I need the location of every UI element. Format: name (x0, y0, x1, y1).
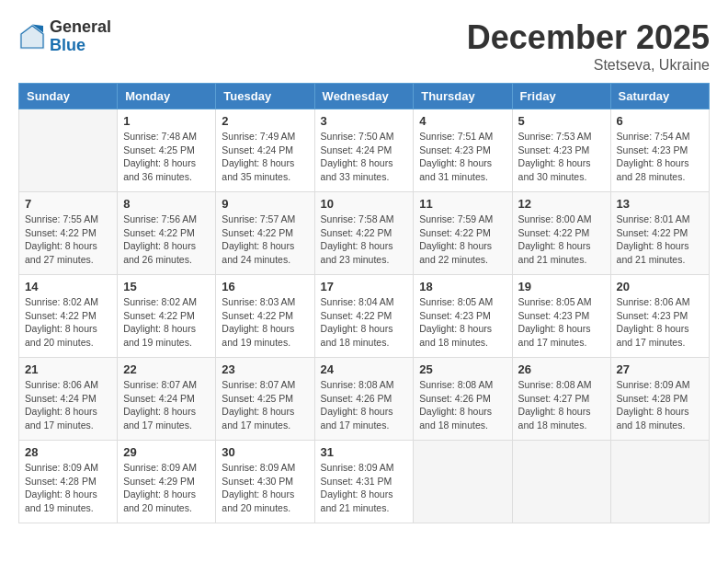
day-number: 18 (419, 280, 506, 293)
day-number: 25 (419, 362, 506, 376)
day-info: Sunrise: 8:03 AM Sunset: 4:22 PM Dayligh… (222, 295, 308, 350)
calendar-cell: 7Sunrise: 7:55 AM Sunset: 4:22 PM Daylig… (19, 192, 118, 275)
calendar-week-row-3: 14Sunrise: 8:02 AM Sunset: 4:22 PM Dayli… (19, 275, 710, 358)
day-info: Sunrise: 7:57 AM Sunset: 4:22 PM Dayligh… (222, 213, 308, 267)
weekday-header-sunday: Sunday (19, 84, 118, 109)
day-info: Sunrise: 8:05 AM Sunset: 4:23 PM Dayligh… (419, 295, 506, 350)
logo: General Blue (18, 18, 111, 55)
calendar-week-row-2: 7Sunrise: 7:55 AM Sunset: 4:22 PM Daylig… (19, 192, 710, 275)
day-number: 6 (617, 114, 703, 128)
weekday-header-wednesday: Wednesday (314, 84, 414, 109)
calendar-cell: 10Sunrise: 7:58 AM Sunset: 4:22 PM Dayli… (314, 192, 414, 275)
calendar-cell: 12Sunrise: 8:00 AM Sunset: 4:22 PM Dayli… (512, 192, 610, 275)
day-number: 31 (321, 445, 408, 459)
calendar-cell: 25Sunrise: 8:08 AM Sunset: 4:26 PM Dayli… (414, 358, 512, 441)
calendar-cell (610, 441, 709, 523)
day-number: 14 (25, 280, 111, 293)
day-number: 23 (222, 362, 308, 376)
calendar-cell: 2Sunrise: 7:49 AM Sunset: 4:24 PM Daylig… (216, 109, 314, 192)
day-info: Sunrise: 7:56 AM Sunset: 4:22 PM Dayligh… (123, 213, 210, 267)
logo-general-text: General (50, 18, 111, 37)
calendar-cell: 30Sunrise: 8:09 AM Sunset: 4:30 PM Dayli… (216, 441, 314, 523)
calendar-cell: 31Sunrise: 8:09 AM Sunset: 4:31 PM Dayli… (314, 441, 414, 523)
logo-text: General Blue (50, 18, 111, 55)
day-number: 29 (123, 445, 210, 459)
calendar-week-row-4: 21Sunrise: 8:06 AM Sunset: 4:24 PM Dayli… (19, 358, 710, 441)
day-info: Sunrise: 8:02 AM Sunset: 4:22 PM Dayligh… (25, 295, 111, 350)
day-info: Sunrise: 8:01 AM Sunset: 4:22 PM Dayligh… (617, 213, 703, 267)
calendar-week-row-1: 1Sunrise: 7:48 AM Sunset: 4:25 PM Daylig… (19, 109, 710, 192)
calendar-cell: 18Sunrise: 8:05 AM Sunset: 4:23 PM Dayli… (414, 275, 512, 358)
day-number: 8 (123, 197, 210, 211)
day-number: 24 (321, 362, 408, 376)
day-number: 3 (321, 114, 408, 128)
day-number: 13 (617, 197, 703, 211)
day-info: Sunrise: 7:48 AM Sunset: 4:25 PM Dayligh… (123, 130, 210, 184)
calendar-cell: 4Sunrise: 7:51 AM Sunset: 4:23 PM Daylig… (414, 109, 512, 192)
day-number: 28 (25, 445, 111, 459)
day-number: 30 (222, 445, 308, 459)
day-number: 10 (321, 197, 408, 211)
day-number: 9 (222, 197, 308, 211)
day-info: Sunrise: 8:06 AM Sunset: 4:23 PM Dayligh… (617, 295, 703, 350)
day-number: 16 (222, 280, 308, 293)
calendar-cell: 8Sunrise: 7:56 AM Sunset: 4:22 PM Daylig… (118, 192, 216, 275)
day-number: 22 (123, 362, 210, 376)
weekday-header-tuesday: Tuesday (216, 84, 314, 109)
calendar-cell: 3Sunrise: 7:50 AM Sunset: 4:24 PM Daylig… (314, 109, 414, 192)
calendar-cell: 19Sunrise: 8:05 AM Sunset: 4:23 PM Dayli… (512, 275, 610, 358)
day-number: 26 (518, 362, 605, 376)
day-number: 21 (25, 362, 111, 376)
weekday-header-monday: Monday (118, 84, 216, 109)
calendar-cell: 15Sunrise: 8:02 AM Sunset: 4:22 PM Dayli… (118, 275, 216, 358)
day-info: Sunrise: 8:08 AM Sunset: 4:27 PM Dayligh… (518, 378, 605, 432)
calendar-cell: 21Sunrise: 8:06 AM Sunset: 4:24 PM Dayli… (19, 358, 118, 441)
weekday-header-saturday: Saturday (610, 84, 709, 109)
day-number: 5 (518, 114, 605, 128)
calendar-header-row: SundayMondayTuesdayWednesdayThursdayFrid… (19, 84, 710, 109)
day-number: 17 (321, 280, 408, 293)
day-info: Sunrise: 8:04 AM Sunset: 4:22 PM Dayligh… (321, 295, 408, 350)
calendar-cell: 9Sunrise: 7:57 AM Sunset: 4:22 PM Daylig… (216, 192, 314, 275)
calendar-cell: 29Sunrise: 8:09 AM Sunset: 4:29 PM Dayli… (118, 441, 216, 523)
calendar-cell: 13Sunrise: 8:01 AM Sunset: 4:22 PM Dayli… (610, 192, 709, 275)
calendar-cell (19, 109, 118, 192)
calendar-cell (512, 441, 610, 523)
day-info: Sunrise: 8:06 AM Sunset: 4:24 PM Dayligh… (25, 378, 111, 432)
day-number: 12 (518, 197, 605, 211)
calendar-cell: 23Sunrise: 8:07 AM Sunset: 4:25 PM Dayli… (216, 358, 314, 441)
calendar-cell: 16Sunrise: 8:03 AM Sunset: 4:22 PM Dayli… (216, 275, 314, 358)
day-info: Sunrise: 8:08 AM Sunset: 4:26 PM Dayligh… (321, 378, 408, 432)
day-info: Sunrise: 8:07 AM Sunset: 4:24 PM Dayligh… (123, 378, 210, 432)
day-info: Sunrise: 7:55 AM Sunset: 4:22 PM Dayligh… (25, 213, 111, 267)
calendar-cell: 5Sunrise: 7:53 AM Sunset: 4:23 PM Daylig… (512, 109, 610, 192)
day-number: 4 (419, 114, 506, 128)
logo-icon (18, 23, 46, 51)
day-number: 2 (222, 114, 308, 128)
day-info: Sunrise: 7:54 AM Sunset: 4:23 PM Dayligh… (617, 130, 703, 184)
day-info: Sunrise: 7:50 AM Sunset: 4:24 PM Dayligh… (321, 130, 408, 184)
day-info: Sunrise: 8:05 AM Sunset: 4:23 PM Dayligh… (518, 295, 605, 350)
day-info: Sunrise: 8:09 AM Sunset: 4:31 PM Dayligh… (321, 461, 408, 515)
day-number: 19 (518, 280, 605, 293)
day-number: 15 (123, 280, 210, 293)
day-info: Sunrise: 7:58 AM Sunset: 4:22 PM Dayligh… (321, 213, 408, 267)
calendar-cell: 6Sunrise: 7:54 AM Sunset: 4:23 PM Daylig… (610, 109, 709, 192)
day-number: 20 (617, 280, 703, 293)
day-info: Sunrise: 8:09 AM Sunset: 4:29 PM Dayligh… (123, 461, 210, 515)
calendar-cell: 26Sunrise: 8:08 AM Sunset: 4:27 PM Dayli… (512, 358, 610, 441)
day-info: Sunrise: 8:02 AM Sunset: 4:22 PM Dayligh… (123, 295, 210, 350)
day-info: Sunrise: 8:08 AM Sunset: 4:26 PM Dayligh… (419, 378, 506, 432)
day-number: 7 (25, 197, 111, 211)
day-info: Sunrise: 8:07 AM Sunset: 4:25 PM Dayligh… (222, 378, 308, 432)
day-info: Sunrise: 8:09 AM Sunset: 4:28 PM Dayligh… (25, 461, 111, 515)
calendar-cell (414, 441, 512, 523)
day-info: Sunrise: 8:09 AM Sunset: 4:30 PM Dayligh… (222, 461, 308, 515)
calendar-cell: 1Sunrise: 7:48 AM Sunset: 4:25 PM Daylig… (118, 109, 216, 192)
calendar-cell: 22Sunrise: 8:07 AM Sunset: 4:24 PM Dayli… (118, 358, 216, 441)
weekday-header-thursday: Thursday (414, 84, 512, 109)
calendar-cell: 17Sunrise: 8:04 AM Sunset: 4:22 PM Dayli… (314, 275, 414, 358)
day-info: Sunrise: 7:53 AM Sunset: 4:23 PM Dayligh… (518, 130, 605, 184)
day-info: Sunrise: 8:00 AM Sunset: 4:22 PM Dayligh… (518, 213, 605, 267)
calendar-cell: 24Sunrise: 8:08 AM Sunset: 4:26 PM Dayli… (314, 358, 414, 441)
